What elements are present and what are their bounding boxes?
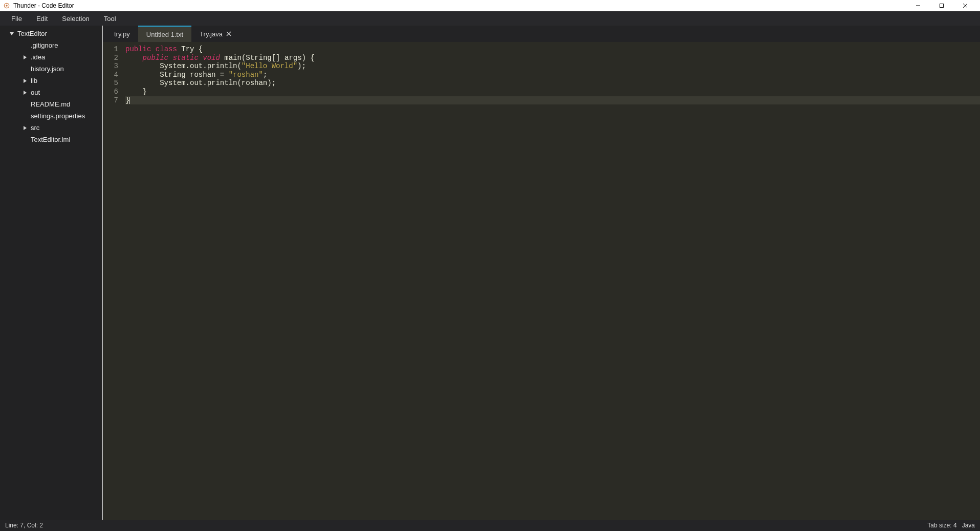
editor-tab-label: Untitled 1.txt — [146, 31, 183, 38]
app-icon — [3, 2, 10, 9]
editor-tabbar: try.py Untitled 1.txt Try.java — [103, 26, 980, 42]
svg-marker-7 — [24, 55, 27, 59]
tree-item[interactable]: out — [0, 87, 102, 98]
code-line[interactable]: String roshan = "roshan"; — [125, 71, 980, 79]
project-tree: TextEditor .gitignore .idea history.json — [0, 26, 102, 520]
tree-item-label: .idea — [31, 53, 45, 61]
tree-item[interactable]: .gitignore — [0, 39, 102, 51]
code-line[interactable]: public class Try { — [125, 45, 980, 54]
menu-edit[interactable]: Edit — [29, 11, 55, 26]
tree-item-label: lib — [31, 77, 37, 84]
chevron-right-icon — [21, 54, 29, 61]
svg-marker-9 — [24, 91, 27, 95]
menu-file[interactable]: File — [4, 11, 29, 26]
menubar: File Edit Selection Tool — [0, 11, 980, 26]
tree-item[interactable]: .idea — [0, 51, 102, 63]
code-line[interactable]: } — [125, 96, 980, 105]
svg-marker-8 — [24, 79, 27, 83]
code-line[interactable]: } — [125, 88, 980, 96]
tree-item[interactable]: settings.properties — [0, 110, 102, 122]
svg-point-1 — [6, 5, 8, 7]
code-line[interactable]: System.out.println("Hello World"); — [125, 62, 980, 71]
chevron-right-icon — [21, 124, 29, 132]
editor-tab-label: Try.java — [200, 30, 223, 38]
editor-tab[interactable]: Try.java — [191, 26, 240, 42]
tree-root[interactable]: TextEditor — [0, 28, 102, 39]
editor-tab[interactable]: Untitled 1.txt — [138, 26, 191, 42]
window-maximize-button[interactable] — [930, 0, 953, 11]
editor-content[interactable]: public class Try { public static void ma… — [122, 42, 980, 520]
status-language[interactable]: Java — [962, 522, 975, 529]
svg-marker-6 — [10, 32, 14, 35]
chevron-right-icon — [21, 77, 29, 84]
tree-root-label: TextEditor — [17, 30, 47, 37]
tree-item-label: .gitignore — [31, 41, 58, 49]
tree-item-label: out — [31, 89, 40, 96]
window-minimize-button[interactable] — [906, 0, 930, 11]
tree-item-label: settings.properties — [31, 112, 85, 120]
svg-marker-10 — [24, 126, 27, 130]
code-line[interactable]: System.out.println(roshan); — [125, 79, 980, 88]
tree-item-label: history.json — [31, 65, 64, 73]
svg-rect-3 — [940, 4, 944, 8]
chevron-down-icon — [8, 30, 15, 37]
close-icon[interactable] — [226, 31, 232, 37]
tree-item[interactable]: history.json — [0, 63, 102, 75]
editor-tab-label: try.py — [114, 30, 130, 38]
tree-item-label: src — [31, 124, 39, 132]
tree-item[interactable]: src — [0, 122, 102, 134]
statusbar: Line: 7, Col: 2 Tab size: 4 Java — [0, 520, 980, 531]
chevron-right-icon — [21, 89, 29, 96]
code-editor[interactable]: 1234567 public class Try { public static… — [103, 42, 980, 520]
editor-gutter: 1234567 — [103, 42, 122, 520]
tree-item[interactable]: README.md — [0, 98, 102, 110]
tree-item-label: TextEditor.iml — [31, 136, 70, 143]
menu-selection[interactable]: Selection — [55, 11, 96, 26]
status-position[interactable]: Line: 7, Col: 2 — [5, 522, 43, 529]
tree-item[interactable]: TextEditor.iml — [0, 134, 102, 145]
window-title: Thunder - Code Editor — [13, 2, 74, 9]
window-titlebar: Thunder - Code Editor — [0, 0, 980, 11]
tree-item[interactable]: lib — [0, 75, 102, 87]
window-close-button[interactable] — [953, 0, 977, 11]
tree-item-label: README.md — [31, 100, 70, 108]
code-line[interactable]: public static void main(String[] args) { — [125, 54, 980, 62]
menu-tool[interactable]: Tool — [97, 11, 123, 26]
status-tabsize[interactable]: Tab size: 4 — [927, 522, 956, 529]
editor-tab[interactable]: try.py — [106, 26, 138, 42]
